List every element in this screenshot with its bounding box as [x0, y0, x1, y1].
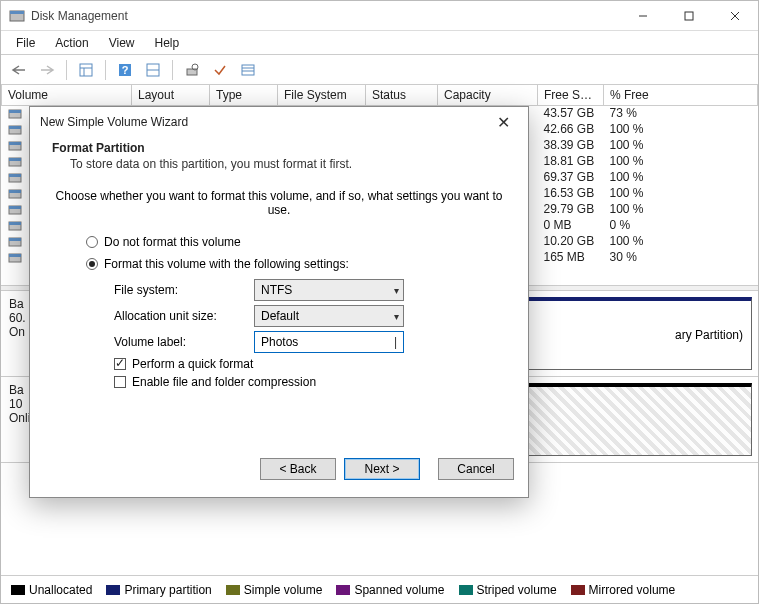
legend-item: Striped volume [459, 583, 557, 597]
nav-forward-icon[interactable] [35, 58, 59, 82]
cell-free: 0 MB [538, 217, 604, 233]
back-button[interactable]: < Back [260, 458, 336, 480]
cell-pct: 100 % [604, 121, 758, 137]
new-simple-volume-wizard: New Simple Volume Wizard ✕ Format Partit… [29, 106, 529, 498]
col-filesystem[interactable]: File System [278, 85, 366, 105]
next-button[interactable]: Next > [344, 458, 420, 480]
properties-icon[interactable] [180, 58, 204, 82]
svg-rect-6 [80, 64, 92, 76]
svg-rect-1 [10, 11, 24, 14]
col-layout[interactable]: Layout [132, 85, 210, 105]
wizard-close-button[interactable]: ✕ [488, 113, 518, 132]
legend-swatch [106, 585, 120, 595]
legend-item: Spanned volume [336, 583, 444, 597]
help-icon[interactable]: ? [113, 58, 137, 82]
cell-free: 43.57 GB [538, 105, 604, 121]
volume-icon [8, 124, 22, 136]
checkbox-icon [114, 376, 126, 388]
wizard-body: Format Partition To store data on this p… [30, 137, 528, 451]
volume-icon [8, 220, 22, 232]
volume-icon [8, 108, 22, 120]
wizard-buttons: < Back Next > Cancel [30, 451, 528, 497]
svg-rect-35 [9, 238, 21, 241]
svg-rect-23 [9, 142, 21, 145]
maximize-button[interactable] [666, 1, 712, 31]
toolbar-divider [105, 60, 106, 80]
volume-icon [8, 236, 22, 248]
cell-free: 29.79 GB [538, 201, 604, 217]
svg-rect-27 [9, 174, 21, 177]
col-capacity[interactable]: Capacity [438, 85, 538, 105]
legend-item: Primary partition [106, 583, 211, 597]
toolbar-divider [172, 60, 173, 80]
legend-swatch [336, 585, 350, 595]
nav-back-icon[interactable] [7, 58, 31, 82]
checkbox-icon [114, 358, 126, 370]
cell-free: 165 MB [538, 249, 604, 265]
col-pctfree[interactable]: % Free [604, 85, 758, 105]
legend-item: Mirrored volume [571, 583, 676, 597]
toolbar: ? [1, 55, 758, 85]
cell-pct: 0 % [604, 217, 758, 233]
svg-rect-21 [9, 126, 21, 129]
col-free[interactable]: Free Spa... [538, 85, 604, 105]
wizard-title: New Simple Volume Wizard [40, 115, 488, 129]
chevron-down-icon: ▾ [394, 311, 399, 322]
partition[interactable]: ary Partition) [507, 297, 752, 370]
volume-label-field[interactable] [261, 335, 396, 349]
radio-icon [86, 258, 98, 270]
svg-rect-19 [9, 110, 21, 113]
legend-swatch [226, 585, 240, 595]
svg-rect-25 [9, 158, 21, 161]
menu-view[interactable]: View [100, 33, 144, 53]
radio-icon [86, 236, 98, 248]
close-button[interactable] [712, 1, 758, 31]
radio-format-with-settings[interactable]: Format this volume with the following se… [86, 257, 506, 271]
chevron-down-icon: ▾ [394, 285, 399, 296]
cell-pct: 100 % [604, 233, 758, 249]
col-volume[interactable]: Volume [2, 85, 132, 105]
cell-free: 18.81 GB [538, 153, 604, 169]
svg-rect-31 [9, 206, 21, 209]
cell-pct: 100 % [604, 169, 758, 185]
menubar: File Action View Help [1, 31, 758, 55]
volume-icon [8, 140, 22, 152]
legend-swatch [571, 585, 585, 595]
combo-allocation-unit[interactable]: Default ▾ [254, 305, 404, 327]
cancel-button[interactable]: Cancel [438, 458, 514, 480]
cell-pct: 30 % [604, 249, 758, 265]
radio-do-not-format[interactable]: Do not format this volume [86, 235, 506, 249]
col-status[interactable]: Status [366, 85, 438, 105]
svg-text:?: ? [122, 64, 129, 76]
col-type[interactable]: Type [210, 85, 278, 105]
cell-pct: 100 % [604, 137, 758, 153]
toolbar-divider [66, 60, 67, 80]
wizard-prompt: Choose whether you want to format this v… [52, 189, 506, 217]
legend-swatch [11, 585, 25, 595]
window-title: Disk Management [31, 9, 620, 23]
checkbox-quick-format[interactable]: Perform a quick format [114, 357, 506, 371]
view-icon[interactable] [74, 58, 98, 82]
minimize-button[interactable] [620, 1, 666, 31]
layout-icon[interactable] [141, 58, 165, 82]
disk-management-window: Disk Management File Action View Help ? [0, 0, 759, 604]
list-icon[interactable] [236, 58, 260, 82]
checkbox-compression[interactable]: Enable file and folder compression [114, 375, 506, 389]
cell-free: 42.66 GB [538, 121, 604, 137]
cell-free: 10.20 GB [538, 233, 604, 249]
check-icon[interactable] [208, 58, 232, 82]
wizard-subheading: To store data on this partition, you mus… [70, 157, 506, 171]
menu-action[interactable]: Action [46, 33, 97, 53]
svg-rect-3 [685, 12, 693, 20]
svg-rect-29 [9, 190, 21, 193]
label-file-system: File system: [114, 283, 254, 297]
svg-rect-37 [9, 254, 21, 257]
combo-file-system[interactable]: NTFS ▾ [254, 279, 404, 301]
menu-help[interactable]: Help [146, 33, 189, 53]
label-allocation-unit: Allocation unit size: [114, 309, 254, 323]
input-volume-label[interactable]: | [254, 331, 404, 353]
wizard-titlebar[interactable]: New Simple Volume Wizard ✕ [30, 107, 528, 137]
svg-rect-33 [9, 222, 21, 225]
cell-pct: 100 % [604, 185, 758, 201]
menu-file[interactable]: File [7, 33, 44, 53]
